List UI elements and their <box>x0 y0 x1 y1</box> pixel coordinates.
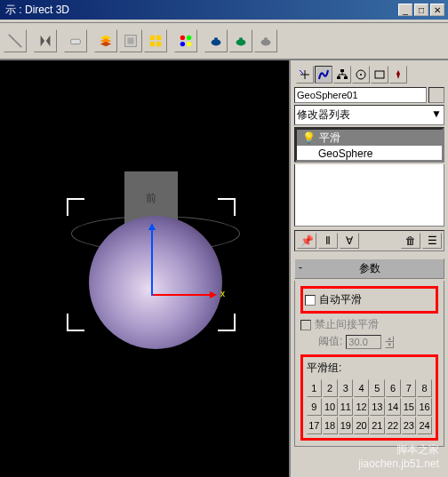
modifier-item-geosphere[interactable]: GeoSphere <box>297 146 442 162</box>
prevent-indirect-label: 禁止间接平滑 <box>315 317 379 332</box>
object-color-swatch[interactable] <box>428 87 444 103</box>
svg-point-8 <box>187 36 191 40</box>
svg-rect-2 <box>127 37 133 44</box>
selection-bracket <box>67 198 84 216</box>
modifier-item-smooth[interactable]: 💡 平滑 <box>297 130 442 146</box>
main-toolbar <box>0 23 448 60</box>
render-teapot-dark-icon[interactable] <box>204 29 228 52</box>
svg-rect-18 <box>337 76 340 79</box>
modifier-label: GeoSphere <box>318 147 372 160</box>
auto-smooth-checkbox[interactable] <box>305 295 316 306</box>
modifier-stack-buttons: 📌 Ⅱ ∀ 🗑 ☰ <box>294 230 444 251</box>
svg-rect-6 <box>156 42 161 46</box>
material-icon[interactable] <box>174 29 197 52</box>
utilities-tab-icon[interactable] <box>389 66 407 83</box>
rollout-body-params: 自动平滑 禁止间接平滑 阈值: 30.0 ▲▼ 平滑组: 1 2 3 4 5 <box>294 281 444 447</box>
mirror-icon[interactable] <box>34 29 57 52</box>
svg-rect-19 <box>344 76 348 79</box>
svg-point-9 <box>180 42 185 46</box>
svg-rect-14 <box>239 37 243 40</box>
display-tab-icon[interactable] <box>371 66 388 83</box>
modifier-list-dropdown[interactable]: 修改器列表 ▼ <box>294 105 444 125</box>
pin-stack-icon[interactable]: 📌 <box>297 233 316 249</box>
window-titlebar: 示 : Direct 3D _ □ ✕ <box>0 0 448 20</box>
svg-point-15 <box>261 39 271 45</box>
auto-smooth-row[interactable]: 自动平滑 <box>305 292 434 307</box>
object-name-field[interactable] <box>294 87 427 103</box>
minimize-button[interactable]: _ <box>398 4 412 16</box>
smooth-group-btn[interactable]: 7 <box>402 379 417 397</box>
remove-modifier-icon[interactable]: 🗑 <box>401 233 420 249</box>
smooth-group-btn[interactable]: 18 <box>323 417 338 434</box>
selection-bracket <box>67 314 84 331</box>
schematic-icon[interactable] <box>119 29 142 52</box>
smooth-group-btn[interactable]: 21 <box>370 417 385 434</box>
svg-point-10 <box>187 42 191 46</box>
auto-smooth-label: 自动平滑 <box>319 292 362 307</box>
rollout-title: 参数 <box>359 262 380 274</box>
svg-point-11 <box>212 39 221 45</box>
render-teapot-gray-icon[interactable] <box>254 29 277 52</box>
smooth-group-btn[interactable]: 11 <box>339 398 354 416</box>
maximize-button[interactable]: □ <box>414 4 428 16</box>
close-button[interactable]: ✕ <box>430 4 444 16</box>
smooth-group-btn[interactable]: 5 <box>370 379 385 397</box>
smooth-group-btn[interactable]: 24 <box>417 417 432 434</box>
smooth-group-btn[interactable]: 6 <box>386 379 401 397</box>
svg-rect-5 <box>150 42 155 46</box>
hierarchy-tab-icon[interactable] <box>333 66 351 83</box>
perspective-viewport[interactable]: 前 x <box>0 60 289 477</box>
smooth-group-btn[interactable]: 14 <box>386 398 401 416</box>
smooth-group-btn[interactable]: 15 <box>402 398 417 416</box>
rollout-header-params[interactable]: - 参数 <box>294 258 444 279</box>
smooth-group-btn[interactable]: 23 <box>402 417 417 434</box>
axis-x-gizmo[interactable] <box>153 294 215 296</box>
smooth-group-btn[interactable]: 16 <box>417 398 432 416</box>
configure-sets-icon[interactable]: ☰ <box>422 233 442 249</box>
svg-rect-17 <box>340 69 344 72</box>
smooth-group-btn[interactable]: 1 <box>307 379 322 397</box>
smooth-group-grid: 1 2 3 4 5 6 7 8 9 10 11 12 13 14 15 16 1 <box>307 379 432 434</box>
smooth-group-btn[interactable]: 17 <box>307 417 322 434</box>
smooth-group-btn[interactable]: 8 <box>417 379 432 397</box>
threshold-spinner: ▲▼ <box>385 336 394 348</box>
smooth-group-btn[interactable]: 22 <box>386 417 401 434</box>
smooth-group-btn[interactable]: 4 <box>354 379 369 397</box>
bulb-icon: 💡 <box>302 131 316 144</box>
threshold-row: 阈值: 30.0 ▲▼ <box>318 334 438 349</box>
svg-rect-4 <box>156 36 161 40</box>
show-end-result-icon[interactable]: Ⅱ <box>318 233 338 249</box>
smooth-group-btn[interactable]: 20 <box>354 417 369 434</box>
smooth-group-btn[interactable]: 12 <box>354 398 369 416</box>
make-unique-icon[interactable]: ∀ <box>340 233 359 249</box>
prevent-indirect-row: 禁止间接平滑 <box>300 317 438 332</box>
smooth-group-btn[interactable]: 2 <box>323 379 338 397</box>
svg-point-21 <box>360 74 362 76</box>
modifier-list-label: 修改器列表 <box>297 107 350 123</box>
grid-icon[interactable] <box>144 29 167 52</box>
render-teapot-green-icon[interactable] <box>229 29 252 52</box>
smooth-group-btn[interactable]: 3 <box>339 379 354 397</box>
svg-rect-16 <box>264 37 268 40</box>
smooth-group-btn[interactable]: 13 <box>370 398 385 416</box>
modifier-stack-empty[interactable] <box>294 164 444 227</box>
modifier-label: 平滑 <box>319 131 340 146</box>
curve-tool-icon[interactable] <box>4 29 27 52</box>
axis-z-gizmo[interactable] <box>151 225 153 296</box>
eraser-icon[interactable] <box>64 29 87 52</box>
modify-tab-icon[interactable] <box>315 66 332 83</box>
layers-icon[interactable] <box>94 29 117 52</box>
rollout-collapse-icon: - <box>299 261 302 274</box>
svg-rect-12 <box>214 37 218 40</box>
smooth-group-btn[interactable]: 9 <box>307 398 322 416</box>
command-panel: 修改器列表 ▼ 💡 平滑 GeoSphere 📌 Ⅱ ∀ 🗑 ☰ - 参数 <box>289 60 448 477</box>
axis-x-label: x <box>220 289 225 298</box>
create-tab-icon[interactable] <box>296 66 314 83</box>
window-title: 示 : Direct 3D <box>4 3 398 18</box>
selection-bracket <box>218 314 236 331</box>
svg-point-7 <box>180 36 185 40</box>
smooth-group-btn[interactable]: 19 <box>339 417 354 434</box>
viewport-object: 前 x <box>53 154 249 349</box>
smooth-group-btn[interactable]: 10 <box>323 398 338 416</box>
motion-tab-icon[interactable] <box>352 66 370 83</box>
